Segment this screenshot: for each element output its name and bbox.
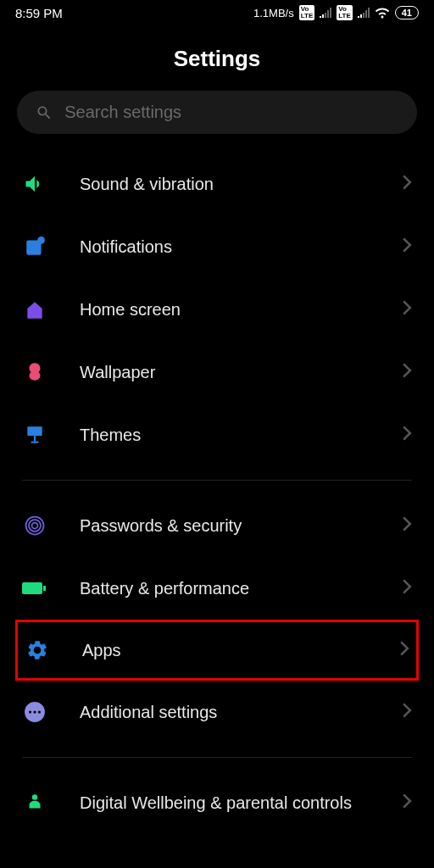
settings-list: Sound & vibration Notifications Home scr… (0, 146, 434, 841)
svg-point-6 (29, 520, 41, 531)
row-themes[interactable]: Themes (0, 403, 434, 466)
svg-point-13 (38, 710, 41, 713)
fingerprint-icon (22, 513, 47, 538)
row-digital-wellbeing[interactable]: Digital Wellbeing & parental controls (0, 771, 434, 834)
row-notifications[interactable]: Notifications (0, 215, 434, 278)
home-icon (22, 297, 47, 322)
row-sound-vibration[interactable]: Sound & vibration (0, 153, 434, 215)
data-rate: 1.1MB/s (253, 7, 294, 19)
svg-rect-3 (34, 436, 36, 442)
svg-point-14 (32, 794, 38, 800)
row-label: Themes (80, 426, 402, 445)
row-passwords-security[interactable]: Passwords & security (0, 494, 434, 557)
wifi-icon (375, 7, 390, 19)
signal-icon-1 (320, 8, 331, 18)
battery-icon (22, 576, 47, 601)
chevron-icon (402, 300, 412, 319)
dots-icon (22, 699, 47, 725)
svg-rect-2 (27, 426, 42, 436)
row-apps[interactable]: Apps (18, 622, 416, 678)
row-label: Home screen (80, 300, 402, 320)
search-input[interactable] (64, 103, 398, 122)
row-label: Wallpaper (80, 363, 402, 382)
chevron-icon (402, 237, 412, 256)
row-label: Digital Wellbeing & parental controls (80, 792, 402, 814)
row-label: Notifications (80, 237, 402, 257)
highlight-apps: Apps (15, 620, 419, 681)
chevron-icon (402, 703, 412, 721)
volte-badge-1: VoLTE (299, 5, 315, 20)
row-label: Sound & vibration (80, 175, 402, 194)
row-wallpaper[interactable]: Wallpaper (0, 341, 434, 403)
divider (22, 757, 412, 758)
wellbeing-icon (22, 790, 47, 815)
gear-icon (25, 637, 50, 663)
svg-point-11 (29, 710, 31, 713)
sound-icon (22, 171, 47, 197)
chevron-icon (402, 579, 412, 598)
svg-rect-8 (22, 582, 42, 594)
row-label: Passwords & security (80, 516, 402, 536)
chevron-icon (399, 641, 409, 659)
chevron-icon (402, 175, 412, 193)
svg-point-1 (37, 236, 45, 244)
search-box[interactable] (17, 91, 417, 134)
search-icon (36, 103, 53, 122)
status-time: 8:59 PM (15, 6, 63, 20)
chevron-icon (402, 363, 412, 381)
themes-icon (22, 422, 47, 448)
svg-rect-9 (43, 586, 46, 591)
signal-icon-2 (358, 8, 370, 18)
row-label: Apps (82, 641, 399, 660)
divider (22, 480, 412, 481)
page-title: Settings (0, 25, 434, 91)
status-right: 1.1MB/s VoLTE VoLTE 41 (253, 5, 419, 20)
chevron-icon (402, 426, 412, 444)
chevron-icon (402, 516, 412, 535)
status-bar: 8:59 PM 1.1MB/s VoLTE VoLTE 41 (0, 0, 434, 25)
svg-point-12 (33, 710, 36, 713)
row-additional-settings[interactable]: Additional settings (0, 681, 434, 743)
svg-point-7 (32, 523, 38, 529)
row-label: Additional settings (80, 703, 402, 722)
battery-level: 41 (395, 6, 419, 19)
chevron-icon (402, 793, 412, 812)
volte-badge-2: VoLTE (337, 5, 353, 20)
wallpaper-icon (22, 359, 47, 385)
row-battery-performance[interactable]: Battery & performance (0, 557, 434, 620)
row-home-screen[interactable]: Home screen (0, 278, 434, 341)
notifications-icon (22, 234, 47, 259)
row-label: Battery & performance (80, 579, 402, 598)
svg-rect-4 (31, 442, 39, 443)
